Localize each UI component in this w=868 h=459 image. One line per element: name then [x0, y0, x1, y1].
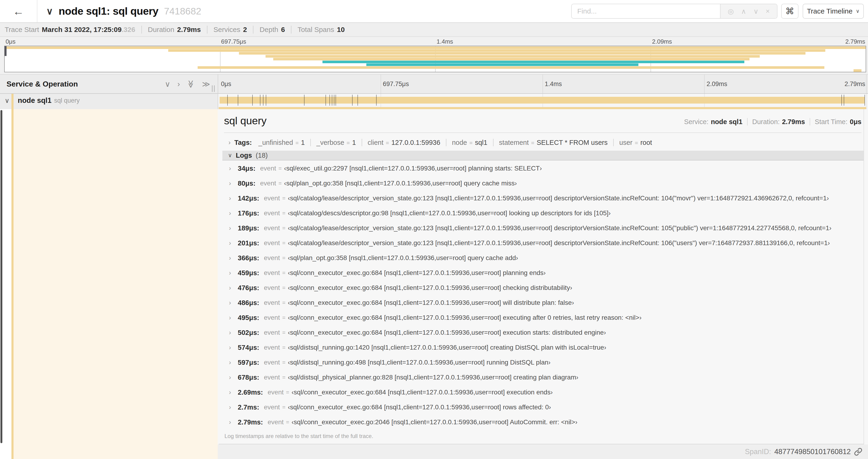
- log-entry[interactable]: ›486μs:event=‹sql/conn_executor_exec.go:…: [222, 295, 864, 310]
- chevron-right-icon[interactable]: ›: [229, 359, 238, 366]
- deep-link-icon[interactable]: [854, 448, 862, 456]
- log-value: ‹sql/conn_executor_exec.go:684 [nsql1,cl…: [288, 269, 546, 276]
- view-options-button[interactable]: Trace Timeline ∨: [803, 4, 864, 19]
- log-entry[interactable]: ›678μs:event=‹sql/distsql_physical_plann…: [222, 370, 864, 385]
- tags-row[interactable]: › Tags: _unfinished=1_verbose=1client=12…: [222, 136, 864, 149]
- log-field: event: [268, 389, 284, 396]
- log-tick: [238, 95, 238, 106]
- minimap-scrubber-handle[interactable]: [5, 46, 6, 56]
- collapse-all-icon[interactable]: ≫: [186, 80, 195, 88]
- equals-sign: =: [531, 140, 534, 146]
- log-tick: [841, 95, 842, 106]
- equals-sign: =: [282, 210, 285, 217]
- equals-sign: =: [282, 270, 285, 276]
- gridline: [866, 75, 867, 93]
- tag-item: node=sql1: [452, 139, 488, 146]
- log-entry[interactable]: ›80μs:event=‹sql/plan_opt.go:358 [nsql1,…: [222, 176, 864, 191]
- log-entry[interactable]: ›201μs:event=‹sql/catalog/lease/descript…: [222, 236, 864, 251]
- chevron-right-icon[interactable]: ›: [229, 195, 238, 202]
- detail-left-accent-area: [13, 109, 218, 459]
- log-entry[interactable]: ›495μs:event=‹sql/conn_executor_exec.go:…: [222, 310, 864, 325]
- log-entry[interactable]: ›459μs:event=‹sql/conn_executor_exec.go:…: [222, 265, 864, 280]
- summary-separator: [253, 26, 253, 34]
- log-entry[interactable]: ›2.69ms:event=‹sql/conn_executor_exec.go…: [222, 385, 864, 400]
- equals-sign: =: [282, 225, 285, 231]
- chevron-right-icon[interactable]: ›: [229, 314, 238, 321]
- log-timestamp: 502μs:: [238, 329, 259, 336]
- service-value: node sql1: [711, 118, 742, 126]
- meta-divider: [747, 118, 748, 126]
- minimap-span-bars: [5, 46, 866, 72]
- log-timestamp: 2.69ms:: [238, 389, 263, 396]
- log-entry[interactable]: ›2.79ms:event=‹sql/conn_executor_exec.go…: [222, 415, 864, 430]
- tag-item: client=127.0.0.1:59936: [368, 139, 440, 146]
- log-field: event: [264, 195, 280, 202]
- collapse-title-chevron-icon[interactable]: ∨: [46, 6, 53, 17]
- chevron-right-icon[interactable]: ›: [229, 165, 238, 172]
- log-entry[interactable]: ›597μs:event=‹sql/distsql_running.go:498…: [222, 355, 864, 370]
- chevron-right-icon[interactable]: ›: [229, 209, 238, 217]
- equals-sign: =: [282, 240, 285, 246]
- chevron-right-icon[interactable]: ›: [229, 418, 238, 426]
- log-tick: [266, 95, 266, 106]
- equals-sign: =: [282, 329, 285, 336]
- log-timestamp: 34μs:: [238, 165, 255, 172]
- logs-section-header[interactable]: ∨ Logs (18): [222, 151, 864, 160]
- locate-icon[interactable]: ◎: [728, 7, 734, 15]
- vertical-scrollbar[interactable]: [0, 110, 2, 443]
- chevron-right-icon[interactable]: ›: [229, 389, 238, 396]
- column-resizer-grip[interactable]: [212, 85, 215, 92]
- log-entry[interactable]: ›34μs:event=‹sql/exec_util.go:2297 [nsql…: [222, 161, 864, 176]
- summary-value: March 31 2022, 17:25:09: [42, 26, 122, 34]
- log-timestamp: 142μs:: [238, 195, 259, 202]
- log-entry[interactable]: ›2.7ms:event=‹sql/conn_executor_exec.go:…: [222, 400, 864, 415]
- find-next-icon[interactable]: ∨: [753, 7, 758, 15]
- back-button[interactable]: ←: [0, 0, 37, 22]
- chevron-right-icon[interactable]: ›: [229, 374, 238, 381]
- find-bar: ◎ ∧ ∨ ×: [571, 4, 777, 19]
- collapse-one-icon[interactable]: ∨: [165, 79, 170, 89]
- chevron-right-icon[interactable]: ›: [229, 179, 238, 187]
- log-entry[interactable]: ›366μs:event=‹sql/plan_opt.go:358 [nsql1…: [222, 251, 864, 265]
- log-entry[interactable]: ›189μs:event=‹sql/catalog/lease/descript…: [222, 221, 864, 236]
- equals-sign: =: [282, 374, 285, 381]
- find-input[interactable]: [572, 4, 720, 18]
- log-entry[interactable]: ›476μs:event=‹sql/conn_executor_exec.go:…: [222, 280, 864, 295]
- span-collapse-chevron-icon[interactable]: ∨: [5, 94, 9, 107]
- log-value: ‹sql/conn_executor_exec.go:684 [nsql1,cl…: [288, 314, 642, 321]
- chevron-right-icon[interactable]: ›: [229, 284, 238, 292]
- chevron-right-icon[interactable]: ›: [229, 254, 238, 262]
- minimap-tick-label: 0μs: [4, 37, 16, 46]
- chevron-right-icon[interactable]: ›: [229, 269, 238, 276]
- log-value: ‹sql/conn_executor_exec.go:684 [nsql1,cl…: [288, 403, 551, 411]
- find-prev-icon[interactable]: ∧: [741, 7, 746, 15]
- log-value: ‹sql/conn_executor_exec.go:684 [nsql1,cl…: [288, 329, 606, 336]
- log-entry[interactable]: ›502μs:event=‹sql/conn_executor_exec.go:…: [222, 325, 864, 340]
- span-service-name[interactable]: node sql1: [18, 94, 52, 107]
- chevron-right-icon[interactable]: ›: [229, 403, 238, 411]
- span-duration-bar[interactable]: [220, 97, 865, 104]
- equals-sign: =: [282, 285, 285, 291]
- service-label: Service:: [684, 118, 709, 126]
- equals-sign: =: [282, 255, 285, 261]
- chevron-right-icon[interactable]: ›: [229, 239, 238, 247]
- chevron-right-icon[interactable]: ›: [229, 344, 238, 351]
- log-tick: [330, 95, 330, 106]
- minimap-canvas[interactable]: [4, 46, 866, 72]
- expand-all-icon[interactable]: ≫: [202, 79, 210, 89]
- chevron-right-icon[interactable]: ›: [229, 224, 238, 232]
- log-entry[interactable]: ›574μs:event=‹sql/distsql_running.go:142…: [222, 340, 864, 355]
- log-value: ‹sql/plan_opt.go:358 [nsql1,client=127.0…: [288, 254, 518, 262]
- minimap-span-bar: [322, 61, 744, 63]
- tag-separator: [446, 139, 446, 146]
- minimap-tick-label: 2.79ms: [844, 37, 866, 46]
- chevron-right-icon[interactable]: ›: [229, 299, 238, 306]
- log-entry[interactable]: ›142μs:event=‹sql/catalog/lease/descript…: [222, 191, 864, 206]
- chevron-right-icon: ›: [228, 139, 230, 146]
- equals-sign: =: [386, 140, 389, 146]
- chevron-right-icon[interactable]: ›: [229, 329, 238, 336]
- keyboard-shortcuts-button[interactable]: ⌘: [781, 4, 799, 19]
- clear-find-icon[interactable]: ×: [766, 7, 770, 15]
- log-entry[interactable]: ›176μs:event=‹sql/catalog/descs/descript…: [222, 206, 864, 221]
- expand-one-icon[interactable]: ›: [177, 79, 180, 88]
